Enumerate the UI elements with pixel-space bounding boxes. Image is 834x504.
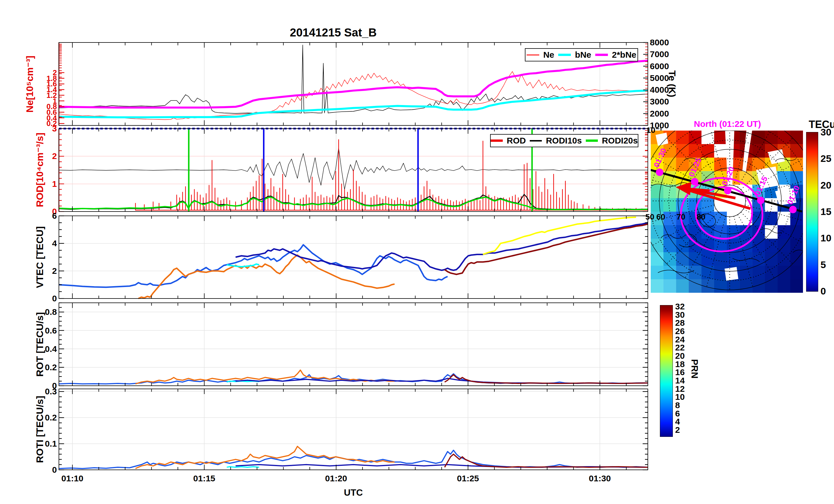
p2-left-tick: 2 bbox=[52, 152, 57, 160]
legend-line-rod bbox=[491, 139, 503, 142]
prn-colorbar-tick: 22 bbox=[675, 343, 685, 352]
legend-line-rodi20s bbox=[586, 139, 598, 142]
legend-rod: ROD RODI10s RODI20s bbox=[490, 134, 638, 147]
prn-colorbar-tick: 30 bbox=[675, 311, 685, 319]
legend-label-rod: ROD bbox=[507, 136, 526, 145]
p1-right-tick: 4000 bbox=[650, 86, 669, 94]
tec-colorbar-tick: 20 bbox=[820, 180, 831, 190]
axis-label-roti: ROTI [TECU/s] bbox=[35, 396, 45, 463]
p3-left-tick: 2 bbox=[52, 267, 57, 275]
axis-label-rod: ROD[10⁴cm⁻³/s] bbox=[35, 133, 45, 207]
legend-line-bne bbox=[558, 54, 571, 56]
x-tick: 01:25 bbox=[457, 474, 479, 483]
p1-right-tick: 2000 bbox=[650, 109, 669, 118]
p2-left-tick: 1 bbox=[52, 180, 57, 188]
prn-colorbar-label: PRN bbox=[690, 359, 699, 379]
legend-line-ne bbox=[527, 54, 539, 55]
axis-label-utc: UTC bbox=[344, 488, 363, 497]
prn-colorbar-tick: 4 bbox=[675, 417, 680, 426]
p4-left-tick: 0.2 bbox=[45, 363, 57, 372]
p4-left-tick: 0.6 bbox=[45, 326, 57, 335]
x-tick: 01:20 bbox=[325, 474, 347, 483]
p3-left-tick: 4 bbox=[52, 239, 57, 248]
legend-label-2bne: 2*bNe bbox=[612, 50, 636, 60]
prn-colorbar-tick: 26 bbox=[675, 327, 685, 336]
map-lat-label: 80 bbox=[696, 213, 705, 221]
p5-left-tick: 0.1 bbox=[45, 439, 57, 448]
prn-colorbar-tick: 14 bbox=[675, 376, 685, 385]
axis-label-ne: Ne[10⁵cm⁻³] bbox=[25, 56, 35, 113]
map-lat-label: 60 bbox=[656, 213, 665, 221]
series-ROTI-cyan bbox=[227, 467, 259, 467]
axis-label-vtec: VTEC [TECU] bbox=[35, 226, 45, 288]
figure-title: 20141215 Sat_B bbox=[290, 27, 377, 38]
p1-right-tick: 8000 bbox=[650, 38, 669, 47]
legend-ne: Ne bNe 2*bNe bbox=[525, 48, 638, 62]
prn-colorbar-tick: 8 bbox=[675, 401, 680, 410]
figure-root: 20141215 Sat_B Ne[10⁵cm⁻³] Te (K) ROD[10… bbox=[0, 0, 834, 504]
p1-right-tick: 7000 bbox=[650, 50, 669, 59]
prn-colorbar-tick: 10 bbox=[675, 393, 685, 401]
chart-canvas bbox=[0, 0, 834, 504]
p3-left-tick: 0 bbox=[52, 294, 57, 303]
p5-left-tick: 0 bbox=[52, 465, 57, 474]
x-tick: 01:10 bbox=[62, 474, 84, 483]
p2-left-tick: 3 bbox=[52, 124, 57, 133]
p4-left-tick: 0.4 bbox=[45, 345, 57, 353]
prn-colorbar-tick: 32 bbox=[675, 302, 685, 311]
p3-left-tick: 6 bbox=[52, 211, 57, 220]
legend-line-rodi10s bbox=[530, 140, 542, 141]
tec-colorbar-tick: 30 bbox=[820, 127, 831, 137]
p1-right-tick: 1000 bbox=[650, 121, 669, 130]
p5-left-tick: 0.3 bbox=[45, 387, 57, 396]
prn-colorbar bbox=[660, 305, 673, 437]
x-tick: 01:30 bbox=[589, 474, 611, 483]
p1-right-tick: 3000 bbox=[650, 97, 669, 106]
prn-colorbar-tick: 18 bbox=[675, 360, 685, 368]
tec-colorbar-tick: 0 bbox=[820, 286, 826, 296]
prn-colorbar-tick: 6 bbox=[675, 409, 680, 418]
legend-line-2bne bbox=[595, 54, 608, 56]
prn-colorbar-tick: 28 bbox=[675, 319, 685, 327]
tec-colorbar-tick: 10 bbox=[820, 233, 831, 243]
map-title: North (01:22 UT) bbox=[694, 120, 761, 128]
p4-left-tick: 0.8 bbox=[45, 308, 57, 316]
x-tick: 01:15 bbox=[193, 474, 216, 483]
prn-colorbar-tick: 12 bbox=[675, 385, 685, 393]
p1-right-tick: 5000 bbox=[650, 74, 669, 83]
legend-label-bne: bNe bbox=[575, 50, 591, 60]
tec-colorbar-tick: 25 bbox=[820, 154, 831, 163]
map-lat-label: 50 bbox=[645, 213, 654, 221]
tec-colorbar bbox=[806, 132, 818, 292]
legend-label-rodi10s: RODI10s bbox=[546, 136, 582, 145]
tec-colorbar-tick: 5 bbox=[820, 260, 826, 270]
axis-label-rot: ROT [TECU/s] bbox=[35, 312, 45, 377]
legend-label-rodi20s: RODI20s bbox=[602, 136, 638, 145]
prn-colorbar-tick: 20 bbox=[675, 351, 685, 360]
map-lat-label: 70 bbox=[676, 213, 685, 221]
p1-right-tick: 6000 bbox=[650, 62, 669, 71]
prn-colorbar-tick: 16 bbox=[675, 368, 685, 376]
legend-label-ne: Ne bbox=[543, 50, 554, 60]
prn-colorbar-tick: 24 bbox=[675, 335, 685, 344]
tec-colorbar-tick: 15 bbox=[820, 207, 831, 216]
prn-colorbar-tick: 2 bbox=[675, 426, 680, 434]
p5-left-tick: 0.2 bbox=[45, 413, 57, 422]
